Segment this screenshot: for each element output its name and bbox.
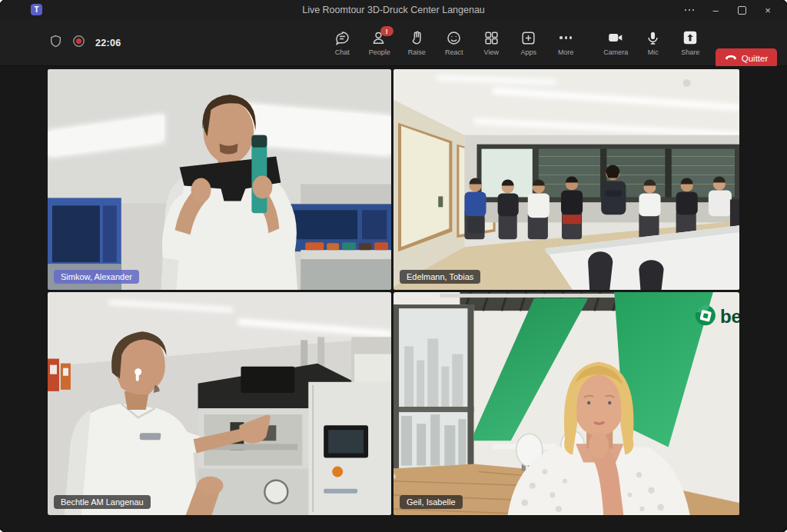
shield-icon: [49, 35, 62, 51]
apps-label: Apps: [520, 48, 536, 56]
maximize-button[interactable]: [729, 0, 755, 20]
chat-icon: [334, 29, 350, 46]
participant-name-label: Edelmann, Tobias: [400, 270, 480, 284]
view-label: View: [484, 48, 499, 56]
camera-icon: [607, 29, 624, 46]
video-scene-workshop-man: [48, 69, 391, 290]
mic-button[interactable]: Mic: [635, 20, 672, 65]
meeting-toolbar: 22:06 Chat !: [0, 20, 787, 66]
react-button[interactable]: React: [436, 20, 473, 65]
hangup-phone-icon: [725, 54, 737, 63]
mic-label: Mic: [648, 48, 659, 56]
participant-name-label: Bechtle AM Langenau: [54, 495, 151, 509]
video-tile-edelmann[interactable]: Edelmann, Tobias: [394, 69, 739, 290]
mic-icon: [645, 29, 662, 46]
raise-hand-label: Raise: [408, 48, 426, 56]
participant-name-label: Geil, Isabelle: [400, 495, 463, 509]
people-icon: !: [371, 29, 388, 46]
view-grid-icon: [483, 29, 500, 46]
react-smiley-icon: [446, 29, 463, 46]
participant-name-label: Simkow, Alexander: [54, 270, 139, 284]
leave-label: Quitter: [742, 54, 769, 63]
toolbar-center: Chat ! People Raise: [324, 20, 585, 65]
meeting-timer: 22:06: [95, 38, 121, 48]
titlebar: T Live Roomtour 3D-Druck Center Langenau…: [0, 0, 787, 20]
more-dots-icon: [557, 29, 574, 46]
apps-button[interactable]: Apps: [510, 20, 548, 65]
raise-hand-icon: [408, 29, 425, 46]
apps-plus-icon: [520, 29, 537, 46]
view-button[interactable]: View: [473, 20, 510, 65]
people-badge: !: [380, 26, 394, 36]
chat-label: Chat: [335, 48, 350, 56]
video-tile-simkow[interactable]: Simkow, Alexander: [48, 69, 391, 290]
more-button[interactable]: More: [547, 20, 585, 65]
minimize-button[interactable]: –: [702, 0, 729, 20]
people-button[interactable]: ! People: [361, 20, 399, 65]
video-tile-bechtle-am[interactable]: Bechtle AM Langenau: [48, 292, 391, 515]
close-button[interactable]: ×: [755, 0, 781, 20]
video-scene-green-office-woman: be: [394, 292, 739, 515]
chat-button[interactable]: Chat: [324, 20, 361, 65]
meeting-status-cluster: 22:06: [49, 20, 121, 65]
video-stage: Simkow, Alexander: [0, 66, 787, 532]
bechtle-logo-text: be: [720, 306, 739, 327]
share-screen-icon: [682, 29, 699, 46]
share-label: Share: [681, 48, 699, 56]
react-label: React: [445, 48, 463, 56]
video-scene-3d-printer: [48, 292, 391, 515]
video-tile-geil[interactable]: be Geil, Isabelle: [394, 292, 739, 515]
video-grid: Simkow, Alexander: [48, 69, 739, 515]
video-scene-classroom: [394, 69, 739, 290]
titlebar-more-icon[interactable]: [676, 0, 702, 20]
share-button[interactable]: Share: [672, 20, 709, 65]
more-label: More: [558, 48, 574, 56]
window-controls: – ×: [676, 0, 781, 20]
people-label: People: [369, 48, 390, 56]
raise-hand-button[interactable]: Raise: [398, 20, 436, 65]
recording-indicator-icon: [72, 35, 85, 51]
toolbar-right: Camera Mic Share: [597, 20, 709, 65]
camera-label: Camera: [603, 48, 628, 56]
camera-button[interactable]: Camera: [597, 20, 635, 65]
teams-meeting-window: T Live Roomtour 3D-Druck Center Langenau…: [0, 0, 787, 532]
window-title: Live Roomtour 3D-Druck Center Langenau: [0, 0, 787, 20]
